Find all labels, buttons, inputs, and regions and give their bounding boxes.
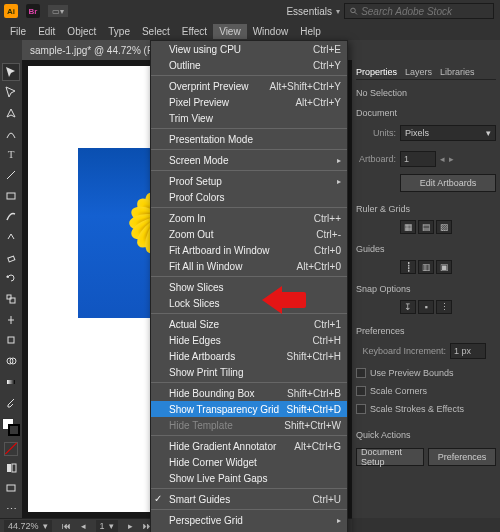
line-tool[interactable]	[2, 166, 20, 184]
tab-properties[interactable]: Properties	[356, 67, 397, 77]
nav-next-icon[interactable]: ▸	[128, 521, 133, 531]
menu-item-show-slices[interactable]: Show Slices	[151, 279, 347, 295]
search-input[interactable]	[361, 6, 489, 17]
menu-item-show-live-paint-gaps[interactable]: Show Live Paint Gaps	[151, 470, 347, 486]
prev-artboard-icon[interactable]: ◂	[440, 154, 445, 164]
document-setup-button[interactable]: Document Setup	[356, 448, 424, 466]
selection-tool[interactable]	[2, 63, 20, 81]
callout-arrow-icon	[262, 286, 306, 314]
grid-icon[interactable]: ▤	[418, 220, 434, 234]
menu-item-fit-artboard-in-window[interactable]: Fit Artboard in WindowCtrl+0	[151, 242, 347, 258]
menu-view[interactable]: View	[213, 24, 247, 39]
artboard-stepper[interactable]: 1	[400, 151, 436, 167]
chk-preview-bounds[interactable]	[356, 368, 366, 378]
direct-selection-tool[interactable]	[2, 84, 20, 102]
fill-stroke-swatch[interactable]	[2, 418, 20, 436]
guides-lock-icon[interactable]: ▥	[418, 260, 434, 274]
eyedropper-tool[interactable]	[2, 394, 20, 412]
tab-libraries[interactable]: Libraries	[440, 67, 475, 77]
menu-file[interactable]: File	[4, 24, 32, 39]
menu-window[interactable]: Window	[247, 24, 295, 39]
width-tool[interactable]	[2, 311, 20, 329]
svg-point-0	[351, 8, 356, 13]
menu-help[interactable]: Help	[294, 24, 327, 39]
menu-item-perspective-grid[interactable]: Perspective Grid	[151, 512, 347, 528]
pen-tool[interactable]	[2, 104, 20, 122]
preferences-button[interactable]: Preferences	[428, 448, 496, 466]
menu-item-hide-bounding-box[interactable]: Hide Bounding BoxShift+Ctrl+B	[151, 385, 347, 401]
menu-item-hide-gradient-annotator[interactable]: Hide Gradient AnnotatorAlt+Ctrl+G	[151, 438, 347, 454]
menu-item-actual-size[interactable]: Actual SizeCtrl+1	[151, 316, 347, 332]
nav-prev-icon[interactable]: ◂	[81, 521, 86, 531]
svg-line-1	[355, 12, 357, 14]
menu-item-zoom-out[interactable]: Zoom OutCtrl+-	[151, 226, 347, 242]
menu-item-smart-guides[interactable]: ✓Smart GuidesCtrl+U	[151, 491, 347, 507]
menu-item-pixel-preview[interactable]: Pixel PreviewAlt+Ctrl+Y	[151, 94, 347, 110]
menu-object[interactable]: Object	[61, 24, 102, 39]
bridge-icon[interactable]: Br	[26, 4, 40, 18]
chk-scale-corners[interactable]	[356, 386, 366, 396]
menu-item-hide-artboards[interactable]: Hide ArtboardsShift+Ctrl+H	[151, 348, 347, 364]
section-quick-actions: Quick Actions	[356, 430, 496, 440]
menu-effect[interactable]: Effect	[176, 24, 213, 39]
menu-item-hide-corner-widget[interactable]: Hide Corner Widget	[151, 454, 347, 470]
curvature-tool[interactable]	[2, 125, 20, 143]
menu-item-outline[interactable]: OutlineCtrl+Y	[151, 57, 347, 73]
menu-item-rulers[interactable]: Rulers	[151, 528, 347, 532]
menu-edit[interactable]: Edit	[32, 24, 61, 39]
menu-item-presentation-mode[interactable]: Presentation Mode	[151, 131, 347, 147]
menu-item-overprint-preview[interactable]: Overprint PreviewAlt+Shift+Ctrl+Y	[151, 78, 347, 94]
zoom-control[interactable]: 44.72%▾	[4, 520, 52, 532]
menu-item-screen-mode[interactable]: Screen Mode	[151, 152, 347, 168]
workspace-switcher[interactable]: Essentials	[286, 6, 332, 17]
kb-increment-field[interactable]: 1 px	[450, 343, 486, 359]
svg-rect-3	[7, 193, 15, 199]
edit-toolbar-icon[interactable]: ⋯	[2, 500, 20, 518]
shaper-tool[interactable]	[2, 228, 20, 246]
free-transform-tool[interactable]	[2, 332, 20, 350]
snap-pixel-icon[interactable]: ▪	[418, 300, 434, 314]
shape-builder-tool[interactable]	[2, 352, 20, 370]
stock-search[interactable]	[344, 3, 494, 19]
gradient-tool[interactable]	[2, 373, 20, 391]
units-dropdown[interactable]: Pixels▾	[400, 125, 496, 141]
menu-item-trim-view[interactable]: Trim View	[151, 110, 347, 126]
snap-grid-icon[interactable]: ↧	[400, 300, 416, 314]
menu-item-zoom-in[interactable]: Zoom InCtrl++	[151, 210, 347, 226]
type-tool[interactable]: T	[2, 146, 20, 164]
guides-vis-icon[interactable]: ┋	[400, 260, 416, 274]
svg-rect-9	[8, 337, 14, 343]
tab-layers[interactable]: Layers	[405, 67, 432, 77]
nav-first-icon[interactable]: ⏮	[62, 521, 71, 531]
snap-point-icon[interactable]: ⋮	[436, 300, 452, 314]
menu-item-proof-colors[interactable]: Proof Colors	[151, 189, 347, 205]
draw-modes-icon[interactable]	[2, 459, 20, 477]
artboard-nav[interactable]: 1 ▾	[96, 520, 118, 532]
transparency-grid-icon[interactable]: ▨	[436, 220, 452, 234]
smart-guides-icon[interactable]: ▣	[436, 260, 452, 274]
edit-artboards-button[interactable]: Edit Artboards	[400, 174, 496, 192]
rectangle-tool[interactable]	[2, 187, 20, 205]
rotate-tool[interactable]	[2, 270, 20, 288]
chevron-down-icon: ▾	[486, 128, 491, 138]
menu-item-show-transparency-grid[interactable]: Show Transparency GridShift+Ctrl+D	[151, 401, 347, 417]
ruler-icon[interactable]: ▦	[400, 220, 416, 234]
scale-tool[interactable]	[2, 290, 20, 308]
brush-tool[interactable]	[2, 208, 20, 226]
chk-strokes-label: Scale Strokes & Effects	[370, 404, 464, 414]
menu-select[interactable]: Select	[136, 24, 176, 39]
chk-scale-strokes[interactable]	[356, 404, 366, 414]
eraser-tool[interactable]	[2, 249, 20, 267]
next-artboard-icon[interactable]: ▸	[449, 154, 454, 164]
none-color-icon[interactable]	[4, 442, 18, 456]
menu-type[interactable]: Type	[102, 24, 136, 39]
menu-item-fit-all-in-window[interactable]: Fit All in WindowAlt+Ctrl+0	[151, 258, 347, 274]
panel-tabs: Properties Layers Libraries	[356, 64, 496, 80]
screen-mode-icon[interactable]	[2, 480, 20, 498]
menu-item-view-using-cpu[interactable]: View using CPUCtrl+E	[151, 41, 347, 57]
menu-item-hide-edges[interactable]: Hide EdgesCtrl+H	[151, 332, 347, 348]
menu-item-proof-setup[interactable]: Proof Setup	[151, 173, 347, 189]
menu-item-show-print-tiling[interactable]: Show Print Tiling	[151, 364, 347, 380]
layout-switch-icon[interactable]: ▭▾	[48, 5, 68, 17]
menu-item-lock-slices[interactable]: Lock Slices	[151, 295, 347, 311]
